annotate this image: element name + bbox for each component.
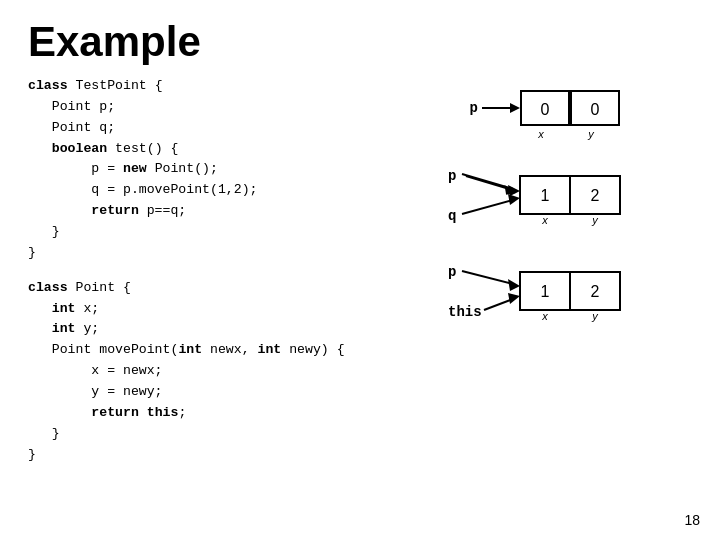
- code-line: y = newy;: [28, 382, 428, 403]
- code-line: Point movePoint(int newx, int newy) {: [28, 340, 428, 361]
- svg-text:y: y: [591, 214, 599, 226]
- label-y-top: y: [566, 128, 616, 140]
- label-x-top: x: [516, 128, 566, 140]
- code-block-bottom: class Point { int x; int y; Point movePo…: [28, 278, 428, 466]
- svg-text:this: this: [448, 304, 482, 320]
- svg-line-17: [462, 271, 513, 284]
- svg-text:1: 1: [541, 283, 550, 300]
- code-line: x = newx;: [28, 361, 428, 382]
- code-area: class TestPoint { Point p; Point q; bool…: [28, 76, 428, 479]
- code-line: }: [28, 445, 428, 466]
- svg-line-8: [462, 200, 513, 214]
- code-line: Point p;: [28, 97, 428, 118]
- diagram-bot: p this 1 2 x y: [448, 256, 668, 350]
- svg-text:x: x: [541, 214, 548, 226]
- page: Example class TestPoint { Point p; Point…: [0, 0, 720, 479]
- arrow-pthis-svg: p this 1 2 x y: [448, 256, 668, 346]
- main-layout: class TestPoint { Point p; Point q; bool…: [0, 76, 720, 479]
- code-line: p = new Point();: [28, 159, 428, 180]
- svg-text:q: q: [448, 208, 456, 224]
- cell-top-y: 0: [570, 90, 620, 126]
- code-line: }: [28, 424, 428, 445]
- diagram-top: p 0 0 x y: [448, 90, 620, 140]
- cell-top-x: 0: [520, 90, 570, 126]
- svg-marker-6: [508, 185, 520, 196]
- code-line: int y;: [28, 319, 428, 340]
- code-line: return this;: [28, 403, 428, 424]
- svg-line-5: [462, 174, 513, 189]
- svg-text:p: p: [448, 264, 456, 280]
- svg-text:p: p: [448, 168, 456, 184]
- svg-marker-21: [508, 293, 520, 304]
- arrow-pq-svg: p q 1 2: [448, 158, 648, 243]
- svg-marker-9: [508, 194, 520, 205]
- box-labels-top: x y: [516, 128, 620, 140]
- code-line: boolean test() {: [28, 139, 428, 160]
- code-line: Point q;: [28, 118, 428, 139]
- svg-text:2: 2: [591, 283, 600, 300]
- svg-text:1: 1: [541, 187, 550, 204]
- diagrams-area: p 0 0 x y: [438, 76, 708, 479]
- svg-text:x: x: [541, 310, 548, 322]
- code-line: q = p.movePoint(1,2);: [28, 180, 428, 201]
- svg-line-20: [484, 299, 513, 310]
- code-line: }: [28, 222, 428, 243]
- svg-marker-18: [508, 279, 520, 291]
- box-pair-top: 0 0: [520, 90, 620, 126]
- label-p-top: p: [448, 100, 478, 116]
- code-line: class Point {: [28, 278, 428, 299]
- title: Example: [0, 0, 720, 76]
- svg-text:y: y: [591, 310, 599, 322]
- diagram-top-row: p 0 0: [448, 90, 620, 126]
- svg-text:2: 2: [591, 187, 600, 204]
- code-line: int x;: [28, 299, 428, 320]
- svg-marker-1: [510, 103, 520, 113]
- arrow-p-top: [482, 99, 520, 117]
- code-line: class TestPoint {: [28, 76, 428, 97]
- code-block-top: class TestPoint { Point p; Point q; bool…: [28, 76, 428, 264]
- code-line: return p==q;: [28, 201, 428, 222]
- diagram-mid: p q 1 2: [448, 158, 648, 247]
- slide-number: 18: [684, 512, 700, 528]
- code-line: }: [28, 243, 428, 264]
